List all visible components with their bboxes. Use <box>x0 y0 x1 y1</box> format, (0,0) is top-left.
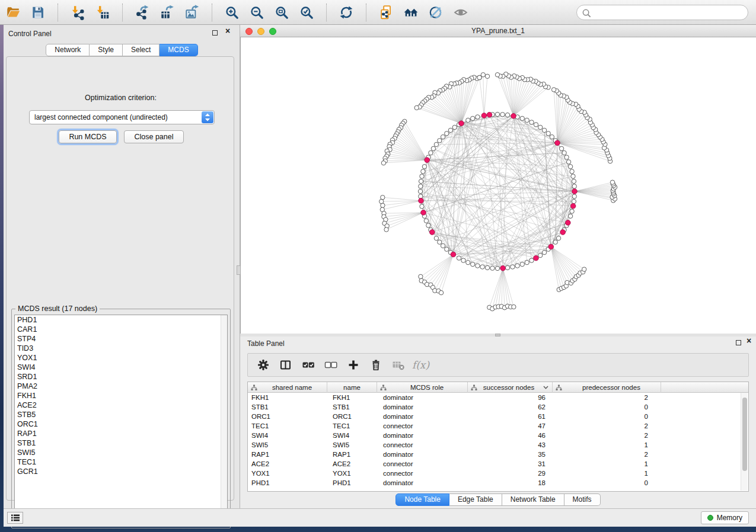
zoom-in-icon[interactable] <box>224 4 240 21</box>
table-cell: SWI5 <box>248 440 327 450</box>
mcds-result-item[interactable]: YOX1 <box>15 353 227 363</box>
table-cell: YOX1 <box>327 469 377 478</box>
network-window-titlebar[interactable]: YPA_prune.txt_1 <box>240 25 756 37</box>
import-network-icon[interactable] <box>69 4 86 21</box>
mcds-result-item[interactable]: STP4 <box>15 334 227 344</box>
save-session-icon[interactable] <box>30 4 46 21</box>
mcds-result-item[interactable]: SRD1 <box>15 372 227 382</box>
mcds-result-item[interactable]: GCR1 <box>15 467 227 476</box>
column-header-MCDS-role[interactable]: MCDS role <box>377 382 468 393</box>
mcds-result-item[interactable]: STB1 <box>15 438 227 448</box>
mcds-result-item[interactable]: ACE2 <box>15 400 227 410</box>
table-row[interactable]: ACE2ACE2connector311 <box>248 459 748 469</box>
toolbar-separator <box>326 4 327 21</box>
mcds-result-item[interactable]: FKH1 <box>15 391 227 400</box>
close-panel-button[interactable]: Close panel <box>124 130 184 143</box>
table-cell: TEC1 <box>248 421 327 431</box>
table-row[interactable]: ORC1ORC1dominator610 <box>248 412 748 421</box>
table-row[interactable]: YOX1YOX1connector291 <box>248 469 748 478</box>
close-panel-icon[interactable]: × <box>225 28 230 34</box>
apply-layout-icon[interactable] <box>338 4 355 21</box>
table-settings-icon[interactable] <box>256 358 270 372</box>
mcds-result-item[interactable]: PMA2 <box>15 382 227 391</box>
mcds-result-item[interactable]: RAP1 <box>15 429 227 438</box>
column-header-name[interactable]: name <box>327 382 377 393</box>
network-home-icon[interactable] <box>403 4 419 21</box>
add-column-icon[interactable] <box>346 358 360 372</box>
search-field[interactable] <box>576 5 748 20</box>
table-cell: 1 <box>553 459 661 469</box>
zoom-selected-icon[interactable] <box>298 4 315 21</box>
table-row[interactable]: STB1STB1dominator620 <box>248 402 748 412</box>
tab-network-table[interactable]: Network Table <box>502 493 564 506</box>
function-builder-icon[interactable]: f(x) <box>414 358 428 372</box>
zoom-fit-icon[interactable] <box>273 4 290 21</box>
open-file-icon[interactable] <box>5 4 21 21</box>
close-table-panel-icon[interactable]: × <box>747 338 751 344</box>
mcds-result-item[interactable]: ORC1 <box>15 419 227 429</box>
tab-node-table[interactable]: Node Table <box>395 493 449 506</box>
mcds-result-list[interactable]: PHD1CAR1STP4TID3YOX1SWI4SRD1PMA2FKH1ACE2… <box>14 315 228 525</box>
tab-mcds[interactable]: MCDS <box>160 44 197 56</box>
network-canvas[interactable] <box>240 37 756 334</box>
table-cell: 29 <box>468 469 553 478</box>
tab-network[interactable]: Network <box>46 44 90 56</box>
optimization-criterion-select[interactable]: largest connected component (undirected) <box>29 110 215 124</box>
table-cell: connector <box>377 440 468 450</box>
mcds-result-item[interactable]: SWI4 <box>15 363 227 372</box>
column-header-shared-name[interactable]: shared name <box>248 382 327 393</box>
hide-graphics-details-icon[interactable] <box>428 4 444 21</box>
select-stepper-icon <box>202 111 213 123</box>
table-cell: 43 <box>468 440 553 450</box>
run-mcds-button[interactable]: Run MCDS <box>59 130 117 143</box>
table-row[interactable]: PHD1PHD1dominator180 <box>248 478 748 488</box>
export-table-icon[interactable] <box>159 4 176 21</box>
tab-edge-table[interactable]: Edge Table <box>449 493 502 506</box>
table-row[interactable]: TEC1TEC1connector472 <box>248 421 748 431</box>
network-graph[interactable] <box>241 37 756 334</box>
mcds-result-item[interactable]: SWI5 <box>15 448 227 457</box>
float-table-panel-icon[interactable] <box>736 340 741 345</box>
deselect-all-rows-icon[interactable] <box>324 358 337 372</box>
optimization-criterion-value: largest connected component (undirected) <box>34 113 168 121</box>
table-scrollbar[interactable] <box>741 393 748 491</box>
column-view-icon[interactable] <box>279 358 292 372</box>
table-cell: SWI4 <box>248 431 327 440</box>
mcds-result-item[interactable]: TID3 <box>15 344 227 353</box>
tab-style[interactable]: Style <box>90 44 123 56</box>
table-row[interactable]: SWI4SWI4dominator462 <box>248 431 748 440</box>
task-history-button[interactable] <box>7 512 23 524</box>
mcds-result-item[interactable]: TEC1 <box>15 457 227 467</box>
delete-table-icon[interactable] <box>391 358 405 372</box>
show-graphics-details-icon[interactable] <box>452 4 469 21</box>
zoom-out-icon[interactable] <box>248 4 265 21</box>
export-network-icon[interactable] <box>134 4 151 21</box>
table-row[interactable]: RAP1RAP1dominator352 <box>248 450 748 459</box>
table-cell: 2 <box>553 450 661 459</box>
table-cell: 46 <box>468 431 553 440</box>
table-cell: 61 <box>468 412 553 421</box>
import-table-icon[interactable] <box>94 4 111 21</box>
delete-column-icon[interactable] <box>369 358 382 372</box>
tab-select[interactable]: Select <box>123 44 160 56</box>
column-header-successor-nodes[interactable]: successor nodes <box>468 382 553 393</box>
mcds-result-item[interactable]: STB5 <box>15 410 227 419</box>
mcds-list-scrollbar[interactable] <box>221 315 227 525</box>
export-image-icon[interactable] <box>184 4 200 21</box>
clone-network-icon[interactable] <box>378 4 394 21</box>
search-input[interactable] <box>594 6 743 19</box>
memory-button[interactable]: Memory <box>701 511 749 524</box>
select-all-rows-icon[interactable] <box>301 358 315 372</box>
table-cell: dominator <box>377 412 468 421</box>
mcds-result-item[interactable]: PHD1 <box>15 315 227 325</box>
tab-motifs[interactable]: Motifs <box>564 493 601 506</box>
table-row[interactable]: SWI5SWI5connector431 <box>248 440 748 450</box>
float-panel-icon[interactable] <box>212 30 218 36</box>
table-row[interactable]: FKH1FKH1dominator962 <box>248 393 748 402</box>
mcds-result-item[interactable]: CAR1 <box>15 325 227 334</box>
column-header-predecessor-nodes[interactable]: predecessor nodes <box>553 382 661 393</box>
table-scrollbar-thumb[interactable] <box>742 398 747 471</box>
table-cell: SWI4 <box>327 431 377 440</box>
table-cell: FKH1 <box>327 393 377 402</box>
mcds-result-group: MCDS result (17 nodes) PHD1CAR1STP4TID3Y… <box>11 309 231 528</box>
